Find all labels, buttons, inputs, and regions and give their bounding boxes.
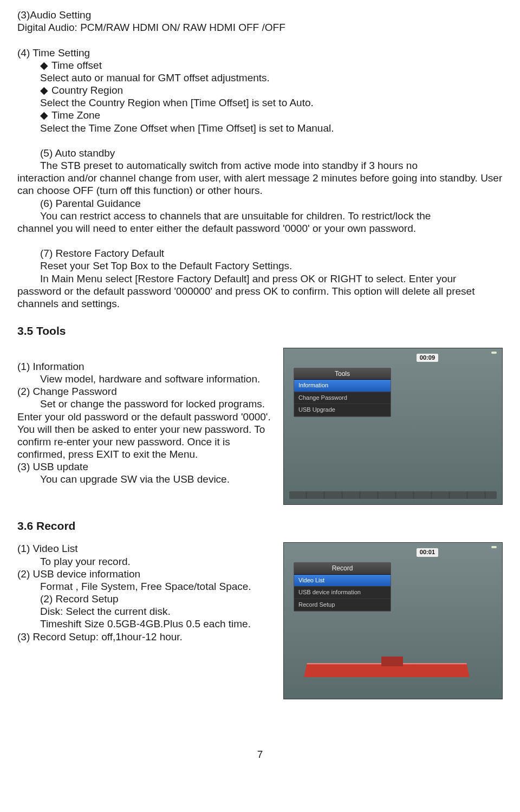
timecode-badge: 00:01 [417,548,438,556]
parental-text-a: You can restrict access to channels that… [17,210,503,222]
section-parental-guidance: (6) Parental Guidance You can restrict a… [17,197,503,235]
tools-change-pw-text: Set or change the password for locked pr… [17,398,271,460]
factory-l2b: password or the default password '000000… [17,285,503,310]
tools-row: (1) Information View model, hardware and… [17,348,503,505]
tools-menu-title: Tools [294,368,391,380]
auto-standby-text-a: The STB preset to automatically switch f… [17,159,503,172]
bullet-country-region-label: Country Region [17,84,503,96]
time-setting-title: (4) Time Setting [17,47,503,59]
record-menu-box: Record Video List USB device information… [294,562,391,612]
heading-record: 3.6 Record [17,519,503,533]
heading-tools: 3.5 Tools [17,324,503,338]
record-menu-item-record-setup[interactable]: Record Setup [294,599,391,611]
auto-standby-title: (5) Auto standby [17,147,503,159]
broadcast-badge [491,352,497,354]
page-number: 7 [17,748,503,761]
record-setup-sub-title: (2) Record Setup [17,593,276,605]
parental-title: (6) Parental Guidance [17,197,503,210]
section-audio-setting: (3)Audio Setting Digital Audio: PCM/RAW … [17,9,503,34]
record-text-col: (1) Video List To play your record. (2) … [17,542,276,642]
record-screenshot: 00:01 Record Video List USB device infor… [283,542,503,699]
bullet-time-zone-text: Select the Time Zone Offset when [Time O… [17,122,503,134]
factory-l1: Reset your Set Top Box to the Default Fa… [17,259,503,272]
record-setup-title: (3) Record Setup: off,1hour-12 hour. [17,631,276,643]
tools-change-pw-title: (2) Change Password [17,385,276,398]
broadcast-badge [491,546,497,548]
bullet-time-offset-text: Select auto or manual for GMT offset adj… [17,72,503,84]
record-video-list-title: (1) Video List [17,542,276,555]
section-time-setting: (4) Time Setting Time offset Select auto… [17,47,503,134]
boat-graphic [306,650,473,677]
bullet-time-zone-label: Time Zone [17,109,503,121]
timecode-badge: 00:09 [417,354,438,362]
record-setup-disk: Disk: Select the current disk. [17,605,276,618]
record-row: (1) Video List To play your record. (2) … [17,542,503,699]
tools-info-text: View model, hardware and software inform… [17,373,276,385]
record-menu-item-video-list[interactable]: Video List [294,575,391,587]
section-factory-default: (7) Restore Factory Default Reset your S… [17,247,503,310]
factory-title: (7) Restore Factory Default [17,247,503,259]
tools-text-col: (1) Information View model, hardware and… [17,348,276,486]
tools-menu-box: Tools Information Change Password USB Up… [294,368,391,417]
parental-text-b: channel you will need to enter either th… [17,222,503,235]
tools-info-title: (1) Information [17,360,276,373]
record-video-list-text: To play your record. [17,555,276,568]
record-usb-info-title: (2) USB device information [17,568,276,580]
record-usb-info-text: Format , File System, Free Space/total S… [17,580,276,593]
record-setup-timeshift: Timeshift Size 0.5GB-4GB.Plus 0.5 each t… [17,618,276,630]
tools-menu-item-information[interactable]: Information [294,380,391,392]
tools-screenshot: 00:09 Tools Information Change Password … [283,348,503,505]
tools-usb-text: You can upgrade SW via the USB device. [17,473,276,485]
tools-menu-item-change-password[interactable]: Change Password [294,392,391,404]
section-auto-standby: (5) Auto standby The STB preset to autom… [17,147,503,197]
tools-usb-title: (3) USB update [17,460,276,473]
auto-standby-text-b: interaction and/or channel change from u… [17,172,503,197]
audio-setting-title: (3)Audio Setting [17,9,503,21]
record-menu-title: Record [294,563,391,575]
tools-menu-item-usb-upgrade[interactable]: USB Upgrade [294,404,391,416]
audio-setting-digital: Digital Audio: PCM/RAW HDMI ON/ RAW HDMI… [17,21,503,34]
bullet-time-offset-label: Time offset [17,59,503,72]
bottom-strip [289,491,497,499]
record-menu-item-usb-info[interactable]: USB device information [294,587,391,599]
factory-l2a: In Main Menu select [Restore Factory Def… [17,272,503,285]
bullet-country-region-text: Select the Country Region when [Time Off… [17,96,503,109]
